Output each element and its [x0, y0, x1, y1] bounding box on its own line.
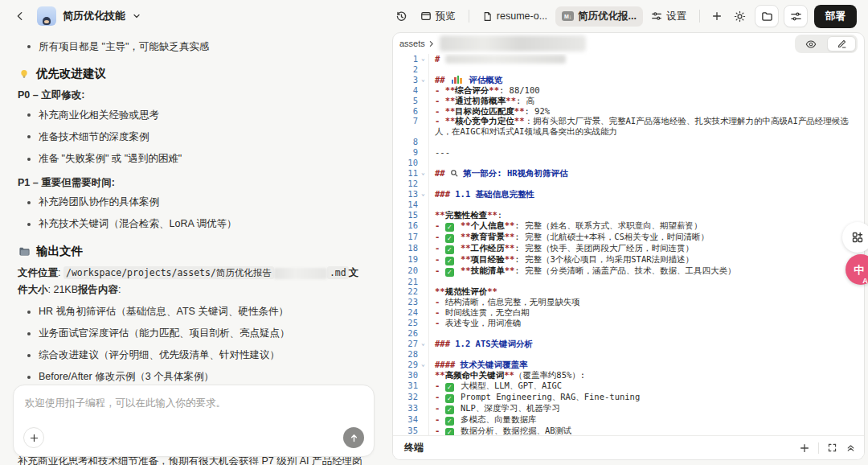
code-line-content: ### 1.2 ATS关键词分析 [428, 339, 864, 349]
token-b: 技能清单 [471, 265, 505, 275]
line-gutter: 17 [393, 232, 428, 242]
send-button[interactable] [343, 427, 364, 448]
token-b: 工作经历 [471, 243, 505, 253]
code-line: 17- ✓ **教育背景**: 完整（北航硕士+本科，CS相关专业，时间清晰） [393, 232, 864, 243]
skill-title: 简历优化技能 [63, 9, 125, 23]
fold-toggle-icon[interactable]: ⌄ [418, 168, 428, 179]
token-b: 项目经验 [471, 254, 505, 264]
code-line: 12 [393, 179, 864, 189]
token-ast: ** [514, 106, 525, 116]
check-icon: ✓ [445, 234, 454, 243]
token-t: : 完整（3个核心项目，均采用STAR法则描述） [514, 254, 694, 264]
history-button[interactable] [391, 6, 412, 27]
improve-heading-label: 优先改进建议 [36, 65, 106, 82]
token-md: ### [435, 189, 455, 199]
folder-files-icon [18, 245, 31, 258]
chevron-down-icon[interactable] [132, 11, 141, 21]
token-t: : 完整（姓名、联系方式、求职意向、期望薪资） [514, 220, 702, 230]
token-ast: ** [461, 265, 471, 275]
code-line: 19- ✓ **项目经验**: 完整（3个核心项目，均采用STAR法则描述） [393, 254, 864, 265]
code-line-content [428, 349, 864, 360]
code-line: 1⌄# [393, 54, 864, 64]
code-line-content: - ✓ **项目经验**: 完整（3个核心项目，均采用STAR法则描述） [428, 254, 864, 265]
theme-button[interactable] [729, 6, 750, 27]
back-chevron-icon [14, 10, 26, 22]
tab-resume-file[interactable]: resume-o... [476, 7, 554, 25]
code-editor[interactable]: 1⌄# 23⌄## 评估概览4- **综合评分**: 88/1005- **通过… [393, 54, 864, 435]
token-ast: ** [435, 210, 445, 220]
chat-input[interactable]: 欢迎使用扣子编程，可以在此输入你的要求。 [13, 385, 375, 457]
line-gutter: 27⌄ [393, 339, 428, 349]
terminal-collapse-button[interactable] [845, 442, 856, 453]
line-number: 1 [395, 54, 418, 64]
fold-toggle-icon[interactable]: ⌄ [418, 360, 428, 370]
line-gutter: 1⌄ [393, 54, 428, 64]
terminal-maximize-button[interactable] [827, 442, 837, 453]
line-number: 19 [395, 254, 418, 265]
token-ast: ** [489, 85, 499, 95]
line-gutter: 31 [393, 381, 428, 391]
code-line: 9--- [393, 147, 864, 158]
fold-toggle-icon[interactable]: ⌄ [418, 54, 428, 64]
token-t: --- [435, 147, 450, 157]
code-line: 8 [393, 137, 864, 147]
terminal-tab[interactable]: 终端 [404, 441, 424, 455]
token-ast: ** [461, 243, 471, 253]
line-gutter: 19 [393, 254, 428, 265]
fold-toggle-icon[interactable]: ⌄ [418, 189, 428, 200]
line-gutter: 33 [393, 403, 428, 414]
line-gutter: 24 [393, 307, 428, 318]
line-gutter: 5 [393, 96, 428, 106]
code-line-content: ### 1.1 基础信息完整性 [428, 189, 864, 200]
code-line-content: # [428, 54, 864, 64]
lightbulb-icon [18, 68, 31, 80]
line-number: 27 [395, 339, 418, 349]
folder-icon [761, 10, 773, 23]
fold-toggle-icon[interactable]: ⌄ [418, 75, 428, 85]
line-gutter: 35 [393, 426, 428, 435]
settings-tab[interactable]: 设置 [645, 6, 693, 27]
terminal-add-button[interactable] [799, 442, 810, 454]
config-button[interactable] [784, 5, 808, 27]
priority-group-list: 补充商业化相关经验或思考准备技术细节的深度案例准备 "失败案例" 或 "遇到的困… [18, 104, 368, 169]
line-gutter: 25 [393, 318, 428, 328]
token-dash: - [435, 297, 445, 307]
line-number: 15 [395, 210, 418, 220]
tab-resume-label: resume-o... [497, 10, 547, 22]
code-line: 18- ✓ **工作经历**: 完整（快手、美团两段大厂经历，时间连贯） [393, 243, 864, 254]
token-md: ## [435, 75, 450, 84]
editor-breadcrumb-bar: assets [393, 33, 864, 54]
tab-report-active[interactable]: M↓ 简历优化报... [555, 6, 643, 27]
edit-mode-button[interactable] [827, 36, 856, 51]
files-button[interactable] [755, 5, 779, 27]
breadcrumb[interactable]: assets [399, 39, 435, 48]
view-mode-toggle [795, 35, 858, 53]
code-line: 7- **核心竞争力定位**：拥有头部大厂背景、完整AI产品落地经验、扎实技术理… [393, 116, 864, 137]
code-line: 10 [393, 158, 864, 168]
line-gutter: 2 [393, 64, 428, 75]
add-button[interactable] [706, 6, 727, 27]
token-dash: - [435, 85, 445, 95]
token-b: 核心竞争力定位 [455, 116, 514, 126]
back-button[interactable] [10, 6, 31, 27]
deploy-button[interactable]: 部署 [814, 5, 857, 28]
preview-mode-button[interactable] [796, 36, 825, 51]
line-gutter: 7 [393, 116, 428, 126]
line-gutter: 34 [393, 414, 428, 425]
code-line: 32- ✓ Prompt Engineering、RAG、Fine-tuning [393, 392, 864, 403]
code-line-content: - ✓ **技能清单**: 完整（分类清晰，涵盖产品、技术、数据、工具四大类） [428, 265, 864, 277]
widget-launcher-button[interactable] [842, 222, 868, 253]
line-number: 11 [395, 168, 418, 179]
token-dash: - [435, 96, 445, 105]
file-location-label: 文件位置 [18, 267, 58, 278]
line-number: 30 [395, 370, 418, 381]
line-gutter: 32 [393, 392, 428, 402]
attach-button[interactable] [23, 427, 44, 448]
token-ast: ** [461, 232, 471, 241]
token-ast: ** [461, 254, 471, 264]
preview-button[interactable]: 预览 [414, 6, 462, 27]
fold-toggle-icon[interactable]: ⌄ [418, 339, 428, 349]
terminal-bar: 终端 [393, 435, 864, 459]
file-location-line: 文件位置: /workspace/projects/assets/简历优化报告.… [18, 265, 368, 299]
line-number: 22 [395, 286, 418, 297]
